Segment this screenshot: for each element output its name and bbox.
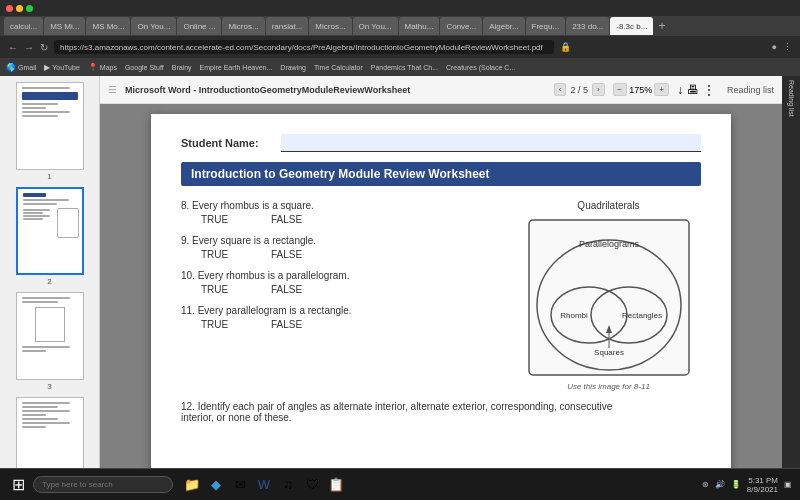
thumb-num-2: 2 (47, 277, 51, 286)
sidebar-page-1[interactable]: 1 (4, 82, 95, 181)
q11-true[interactable]: TRUE (201, 319, 241, 330)
taskbar-clip-icon[interactable]: 📋 (325, 474, 347, 496)
taskbar-clock[interactable]: 5:31 PM 8/9/2021 (747, 476, 778, 494)
profile-icon: ● (772, 42, 777, 52)
question-10: 10. Every rhombus is a parallelogram. TR… (181, 270, 506, 295)
address-input[interactable] (54, 40, 554, 54)
zoom-control: − 175% + (613, 83, 669, 96)
refresh-button[interactable]: ↻ (40, 42, 48, 53)
tab-83cb[interactable]: -8.3c b... (610, 17, 653, 35)
page-sidebar: 1 (0, 76, 100, 500)
tab-233do[interactable]: 233 do... (566, 17, 609, 35)
q10-true[interactable]: TRUE (201, 284, 241, 295)
prev-page-button[interactable]: ‹ (554, 83, 567, 96)
address-bar: ← → ↻ 🔒 ● ⋮ (0, 36, 800, 58)
q8-text: 8. Every rhombus is a square. (181, 200, 506, 211)
q10-text: 10. Every rhombus is a parallelogram. (181, 270, 506, 281)
svg-text:Squares: Squares (594, 348, 624, 357)
sidebar-page-3[interactable]: 3 (4, 292, 95, 391)
q11-text: 11. Every parallelogram is a rectangle. (181, 305, 506, 316)
q11-tf-row: TRUE FALSE (181, 319, 506, 330)
question-9: 9. Every square is a rectangle. TRUE FAL… (181, 235, 506, 260)
tab-ranslat[interactable]: ranslat... (266, 17, 309, 35)
student-name-line[interactable] (281, 134, 701, 152)
tab-micros1[interactable]: Micros... (222, 17, 264, 35)
thumb-1[interactable] (16, 82, 84, 170)
tab-frequ[interactable]: Frequ... (526, 17, 566, 35)
next-page-button[interactable]: › (592, 83, 605, 96)
q9-tf-row: TRUE FALSE (181, 249, 506, 260)
tray-notification-icon[interactable]: ▣ (784, 480, 792, 489)
doc-title: Microsoft Word - IntroductiontoGeometryM… (125, 85, 546, 95)
sidebar-page-2[interactable]: 2 (4, 187, 95, 286)
tray-network-icon: ⊛ (702, 480, 709, 489)
bookmark-maps[interactable]: 📍Maps (88, 63, 117, 72)
q9-true[interactable]: TRUE (201, 249, 241, 260)
forward-button[interactable]: → (24, 42, 34, 53)
q10-false[interactable]: FALSE (271, 284, 311, 295)
tab-onyou1[interactable]: On You... (131, 17, 176, 35)
svg-text:Rhombi: Rhombi (560, 311, 588, 320)
bookmark-timecalc[interactable]: Time Calculator (314, 64, 363, 71)
questions-list: 8. Every rhombus is a square. TRUE FALSE… (181, 200, 506, 391)
worksheet-title: Introduction to Geometry Module Review W… (181, 162, 701, 186)
taskbar-search-input[interactable] (33, 476, 173, 493)
q8-false[interactable]: FALSE (271, 214, 311, 225)
tab-bar: calcul... MS Mi... MS Mo... On You... On… (0, 16, 800, 36)
thumb-num-1: 1 (47, 172, 51, 181)
doc-toolbar: ☰ Microsoft Word - IntroductiontoGeometr… (100, 76, 782, 104)
zoom-in-button[interactable]: + (654, 83, 669, 96)
taskbar-mail-icon[interactable]: ✉ (229, 474, 251, 496)
taskbar-app-icons: 📁 ◆ ✉ W ♫ 🛡 📋 (181, 474, 347, 496)
doc-scroll[interactable]: Student Name: Introduction to Geometry M… (100, 104, 782, 500)
tab-algebr[interactable]: Algebr... (483, 17, 524, 35)
q10-tf-row: TRUE FALSE (181, 284, 506, 295)
minimize-dot (16, 5, 23, 12)
bookmark-gmail[interactable]: 🌎Gmail (6, 63, 36, 72)
sidebar-toggle-icon[interactable]: ☰ (108, 84, 117, 95)
thumb-3[interactable] (16, 292, 84, 380)
q11-false[interactable]: FALSE (271, 319, 311, 330)
thumb-2[interactable] (16, 187, 84, 275)
bookmark-googlestuff[interactable]: Google Stuff (125, 64, 164, 71)
extension-icon: 🔒 (560, 42, 571, 52)
q12-text-line2: interior, or none of these. (181, 412, 701, 423)
taskbar: ⊞ 📁 ◆ ✉ W ♫ 🛡 📋 ⊛ 🔊 🔋 5:31 PM 8/9/2021 ▣ (0, 468, 800, 500)
reading-list-text: Reading list (788, 80, 795, 117)
zoom-out-button[interactable]: − (613, 83, 628, 96)
venn-caption: Use this image for 8-11 (567, 382, 650, 391)
tab-msmi[interactable]: MS Mi... (44, 17, 85, 35)
taskbar-edge-icon[interactable]: ◆ (205, 474, 227, 496)
reading-list-label[interactable]: Reading list (727, 85, 774, 95)
tab-online[interactable]: Online ... (177, 17, 221, 35)
tab-calcul[interactable]: calcul... (4, 17, 43, 35)
tab-micros2[interactable]: Micros... (309, 17, 351, 35)
reading-list-panel[interactable]: Reading list (782, 76, 800, 500)
back-button[interactable]: ← (8, 42, 18, 53)
bookmark-empire[interactable]: Empire Earth Heaven... (200, 64, 273, 71)
taskbar-music-icon[interactable]: ♫ (277, 474, 299, 496)
taskbar-word-icon[interactable]: W (253, 474, 275, 496)
bookmark-pandemics[interactable]: Pandemics That Ch... (371, 64, 438, 71)
settings-icon[interactable]: ⋮ (783, 42, 792, 52)
svg-text:Parallelograms: Parallelograms (578, 239, 639, 249)
start-button[interactable]: ⊞ (8, 475, 29, 494)
venn-title: Quadrilaterals (577, 200, 639, 211)
tab-conve[interactable]: Conve... (440, 17, 482, 35)
bookmark-brainy[interactable]: Brainy (172, 64, 192, 71)
bookmark-youtube[interactable]: ▶YouTube (44, 63, 80, 72)
taskbar-file-explorer-icon[interactable]: 📁 (181, 474, 203, 496)
tab-msmo[interactable]: MS Mo... (86, 17, 130, 35)
q9-text: 9. Every square is a rectangle. (181, 235, 506, 246)
download-icon[interactable]: ↓ (677, 83, 683, 97)
tab-mathu[interactable]: Mathu... (399, 17, 440, 35)
q9-false[interactable]: FALSE (271, 249, 311, 260)
bookmark-creatures[interactable]: Creatures (Solace C... (446, 64, 515, 71)
tab-add-button[interactable]: + (654, 19, 669, 33)
bookmark-drawing[interactable]: Drawing (280, 64, 306, 71)
print-icon[interactable]: 🖶 (687, 83, 699, 97)
more-icon[interactable]: ⋮ (703, 83, 715, 97)
taskbar-shield-icon[interactable]: 🛡 (301, 474, 323, 496)
q8-true[interactable]: TRUE (201, 214, 241, 225)
tab-onyou2[interactable]: On You... (353, 17, 398, 35)
